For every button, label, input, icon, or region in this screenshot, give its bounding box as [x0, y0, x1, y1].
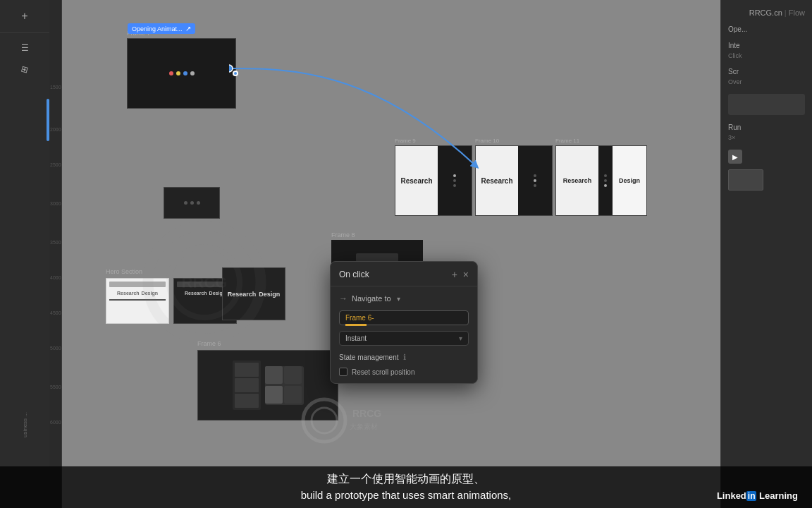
ruler-5000: 5000 [50, 346, 61, 351]
overflow-label: Over [728, 78, 805, 85]
sidebar-active-stripe [47, 99, 49, 141]
instant-field[interactable]: Instant ▾ [339, 331, 469, 346]
reset-scroll-checkbox[interactable] [339, 368, 347, 376]
frame8-label: Frame 8 [331, 231, 423, 238]
speed-label: 3× [728, 134, 735, 141]
dots-row [169, 71, 195, 75]
play-button[interactable]: ▶ [728, 150, 742, 164]
photos-grid [265, 366, 304, 405]
on-click-modal: On click + × → Navigate to ▾ Frame 6- In… [330, 261, 478, 384]
frame7-container: Frame 7 Opening Animat... ↗ [127, 30, 236, 109]
ruler-4000: 4000 [50, 275, 61, 280]
ruler-3000: 3000 [50, 201, 61, 206]
hero-white-frame[interactable]: Research Design [106, 278, 169, 324]
add-button[interactable]: + [17, 6, 32, 27]
ruler-1500: 1500 [50, 85, 61, 90]
hero-frames: Research Design Research Design [106, 278, 237, 324]
dot-white [190, 71, 195, 75]
frame-select-field[interactable]: Frame 6- [339, 310, 469, 325]
hero-section-label: Hero Section [106, 268, 237, 275]
hero-divider [109, 299, 166, 301]
frame6-label: Frame 6 [197, 340, 338, 347]
frame6-left-thumb [233, 361, 261, 410]
scroll-section: Scr Over [728, 68, 805, 85]
linkedin-logo-area: Linkedin Learning [717, 490, 798, 501]
frame10-group: Frame 10 Research [475, 138, 553, 216]
ruler-4500: 4500 [50, 310, 61, 315]
svg-text:大象素材: 大象素材 [350, 423, 378, 430]
frame6-content [226, 353, 311, 417]
frame11-card[interactable]: Research Design [555, 145, 647, 216]
small-dark-frame[interactable] [164, 187, 220, 219]
reset-scroll-label: Reset scroll position [352, 368, 414, 376]
frame10-research: Research [476, 146, 518, 215]
modal-header-icons: + × [452, 269, 469, 280]
small-frame-dots [184, 201, 200, 205]
hero-tabs: Research Design [117, 291, 158, 296]
interaction-section: Inte Click [728, 42, 805, 59]
hero-header-bar [109, 282, 166, 287]
hero-section-group: Hero Section Research Design Research De… [106, 268, 237, 324]
modal-close-button[interactable]: × [463, 269, 469, 280]
dot-yellow [176, 71, 180, 75]
frame5-card[interactable]: Research Design [222, 267, 285, 320]
right-panel: RRCG.cn | Flow Ope... Inte Click Scr Ove… [720, 0, 812, 508]
subtitle-english: build a prototype that uses smart animat… [301, 489, 512, 501]
svg-text:RRCG: RRCG [352, 408, 381, 419]
frame10-label: Frame 10 [475, 138, 553, 144]
frame11-design: Design [613, 146, 646, 215]
frame5-research: Research [228, 291, 257, 298]
click-label: Click [728, 52, 805, 59]
instant-chevron-icon: ▾ [459, 334, 462, 342]
open-label-section: Ope... [728, 25, 805, 33]
frame11-label: Frame 11 [555, 138, 647, 144]
dot3 [604, 184, 607, 187]
info-icon: ℹ [403, 353, 406, 362]
modal-body: → Navigate to ▾ Frame 6- Instant ▾ State… [331, 286, 477, 383]
ruler-2000: 2000 [50, 127, 61, 132]
dot3 [197, 201, 200, 205]
frame11-dots-col [598, 146, 613, 215]
dot-blue [183, 71, 187, 75]
assets-icon[interactable]: ⊞ [15, 59, 35, 80]
frame9-card[interactable]: Research [395, 145, 472, 216]
thumb-block3 [235, 394, 259, 408]
dot1 [604, 174, 607, 177]
layers-icon[interactable]: ☰ [17, 39, 33, 57]
dot-red [169, 71, 173, 75]
hero-dark-research: Research [185, 291, 207, 296]
dot3 [453, 184, 456, 187]
thumb-block1 [235, 363, 259, 377]
opening-anim-badge[interactable]: Opening Animat... ↗ [128, 23, 195, 34]
linkedin-text: Linkedin Learning [717, 490, 798, 501]
frame6-card[interactable] [197, 350, 338, 421]
dot2 [453, 179, 456, 182]
scroll-label: Scr [728, 68, 805, 75]
ruler: 1500 2000 2500 3000 3500 4000 4500 5000 … [49, 0, 62, 508]
photo1 [265, 366, 283, 384]
hero-design-label: Design [142, 291, 158, 296]
dot3 [534, 184, 536, 187]
frame10-card[interactable]: Research [475, 145, 553, 216]
hero-dark-tabs: Research Design [185, 291, 226, 296]
thumb-block2 [235, 378, 259, 392]
navigate-label: Navigate to [352, 294, 391, 303]
rrcg-logo: RRCG.cn | Flow [728, 8, 805, 17]
dot1 [534, 174, 536, 177]
open-label: Ope... [728, 25, 805, 33]
reset-scroll-row[interactable]: Reset scroll position [339, 368, 469, 376]
left-sidebar: + ☰ ⊞ usiness ... [0, 0, 49, 508]
dot2 [604, 179, 607, 182]
frame10-right [518, 146, 552, 215]
modal-add-button[interactable]: + [452, 269, 457, 280]
frame9-label: Frame 9 [395, 138, 472, 144]
navigate-chevron-icon[interactable]: ▾ [397, 295, 400, 303]
dot2 [190, 201, 194, 205]
frame6-photos [265, 366, 304, 405]
frame7-card[interactable]: Opening Animat... ↗ [127, 38, 236, 109]
ruler-2500: 2500 [50, 162, 61, 167]
ruler-5500: 5500 [50, 385, 61, 389]
modal-container: On click + × → Navigate to ▾ Frame 6- In… [330, 261, 478, 384]
ruler-6000: 6000 [50, 420, 61, 425]
business-label: usiness ... [22, 412, 28, 437]
